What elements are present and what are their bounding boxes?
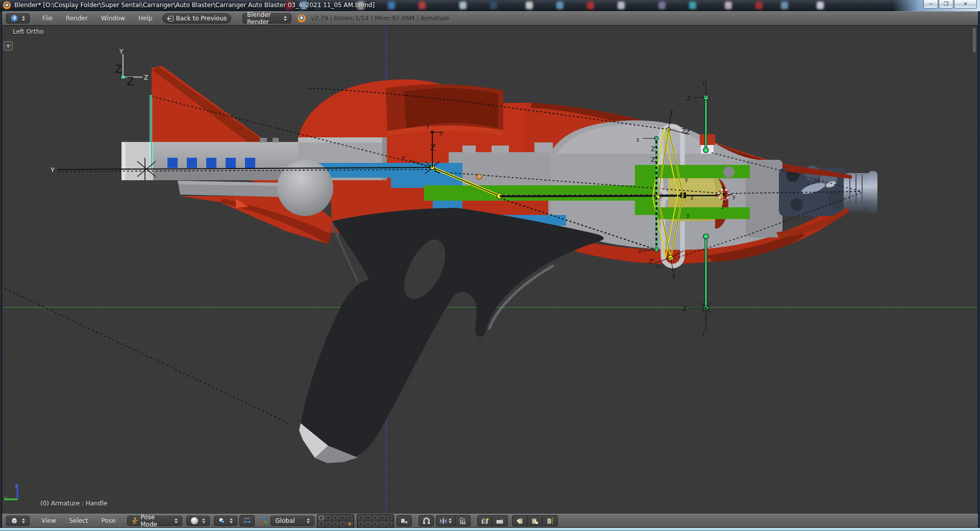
proportional-edit-magnet-button[interactable]	[419, 515, 434, 526]
layer-cell[interactable]	[372, 521, 379, 527]
paste-pose-button[interactable]	[527, 515, 543, 526]
snap-increment-icon	[439, 518, 447, 524]
layer-cell[interactable]	[386, 521, 393, 527]
axis-label: y	[702, 330, 705, 335]
title-bar[interactable]: Blender* [O:\Cosplay Folder\Super Sentai…	[0, 0, 980, 11]
opengl-render-image-button[interactable]	[477, 515, 493, 526]
manipulator-icon	[243, 517, 251, 525]
axis-label: z	[639, 248, 641, 254]
transform-orientation-select[interactable]: Global	[271, 516, 314, 526]
snap-element-select[interactable]	[436, 515, 455, 526]
lock-icon	[400, 517, 408, 524]
layer-cell[interactable]	[325, 515, 332, 521]
viewport-scrollbar[interactable]	[973, 28, 976, 53]
layer-cell[interactable]	[318, 515, 325, 521]
editor-type-spinner[interactable]	[22, 16, 25, 21]
axis-label: Z	[115, 63, 122, 76]
viewport-shading-select[interactable]	[186, 516, 210, 526]
layer-group-1	[357, 514, 394, 528]
manipulator-toggle[interactable]	[239, 515, 255, 526]
menu-window[interactable]: Window	[94, 15, 132, 22]
pivot-point-icon	[218, 517, 226, 524]
layer-cell[interactable]	[372, 515, 379, 521]
layer-cell[interactable]	[332, 515, 339, 521]
layer-cell[interactable]	[386, 515, 393, 521]
3d-viewport[interactable]: YYZZZyzZYyZzZZZyzyyzzZyyyZZyzy Left Orth…	[2, 26, 978, 514]
shading-solid-icon	[191, 517, 198, 524]
snap-target-button[interactable]	[455, 515, 471, 526]
layer-cell[interactable]	[347, 515, 353, 521]
axis-label: Z	[687, 95, 691, 102]
axis-label: y	[687, 212, 690, 218]
menu-file[interactable]: File	[36, 15, 59, 22]
blender-splash-icon[interactable]	[298, 14, 306, 22]
view-orientation-label: Left Ortho	[13, 28, 43, 35]
menu-select[interactable]: Select	[62, 517, 94, 524]
axis-label: Z	[144, 74, 148, 81]
layer-cell[interactable]	[332, 521, 339, 527]
blender-logo-icon	[3, 2, 11, 9]
axis-label: y	[4, 495, 7, 501]
layer-cell[interactable]	[325, 521, 332, 527]
close-button[interactable]: ✕	[954, 0, 977, 9]
layer-cell[interactable]	[379, 515, 386, 521]
layer-cell[interactable]	[347, 521, 353, 527]
blender-window: Blender* [O:\Cosplay Folder\Super Sentai…	[0, 0, 980, 531]
axis-label: Z	[127, 76, 134, 88]
menu-help[interactable]: Help	[132, 15, 159, 22]
layer-cell[interactable]	[365, 521, 372, 527]
layer-cell[interactable]	[318, 521, 325, 527]
maximize-button[interactable]: ❐	[939, 0, 953, 9]
info-editor-icon: i	[11, 15, 18, 22]
clapperboard-icon	[496, 517, 504, 524]
paste-flipped-icon	[546, 517, 554, 525]
pivot-point-select[interactable]	[214, 516, 237, 526]
axis-label: Z	[651, 156, 655, 163]
mode-select[interactable]: Pose Mode	[127, 516, 182, 526]
paste-pose-icon	[531, 517, 539, 525]
back-arrow-icon	[167, 16, 174, 21]
axis-label: Y	[50, 166, 55, 174]
axis-label: z	[721, 204, 724, 210]
minimize-button[interactable]: ─	[923, 0, 938, 9]
layer-cell[interactable]	[339, 515, 346, 521]
layer-cell[interactable]	[358, 521, 364, 527]
menu-pose[interactable]: Pose	[95, 517, 122, 524]
axis-label: y	[426, 123, 429, 128]
back-to-previous-button[interactable]: Back to Previous	[162, 13, 232, 23]
axis-label: z	[15, 482, 18, 489]
expand-region-button[interactable]: +	[4, 41, 13, 51]
axis-label: Z	[430, 143, 435, 153]
3d-view-editor-icon	[11, 517, 18, 524]
lock-to-scene-button[interactable]	[397, 515, 412, 526]
editor-type-selector-3dview[interactable]	[6, 516, 30, 526]
snap-magnet-icon	[423, 517, 430, 525]
layer-cell[interactable]	[339, 521, 346, 527]
menu-render[interactable]: Render	[59, 15, 94, 22]
layer-cell[interactable]	[379, 521, 386, 527]
axis-label: y	[732, 194, 736, 200]
axis-label: y	[656, 263, 659, 269]
opengl-render-anim-button[interactable]	[493, 515, 508, 526]
axis-label: y	[672, 274, 675, 279]
render-camera-icon	[481, 517, 489, 524]
copy-pose-button[interactable]	[512, 515, 527, 526]
layers-widget[interactable]	[317, 514, 394, 528]
menu-view[interactable]: View	[35, 517, 62, 524]
axis-label: Z	[649, 258, 653, 266]
render-engine-select[interactable]: Blender Render	[242, 13, 291, 23]
layer-group-0	[317, 514, 354, 528]
copy-pose-icon	[516, 517, 524, 525]
paste-flipped-pose-button[interactable]	[543, 515, 558, 526]
layer-cell[interactable]	[365, 515, 372, 521]
orientation-axis-icon	[260, 517, 268, 525]
axis-label: Y	[401, 155, 405, 162]
3d-scene: YYZZZyzZYyZzZZZyzyyzzZyyyZZyzy	[2, 26, 978, 514]
axis-label: Z	[651, 145, 655, 153]
scene-statistics: v2.79 | Bones:1/14 | Mem:97.06M | Armatu…	[311, 15, 449, 22]
axis-label: z	[691, 195, 693, 201]
layer-cell[interactable]	[358, 515, 364, 521]
window-border-right	[978, 11, 980, 528]
window-title: Blender* [O:\Cosplay Folder\Super Sentai…	[14, 2, 375, 9]
editor-type-selector[interactable]: i	[6, 13, 30, 23]
